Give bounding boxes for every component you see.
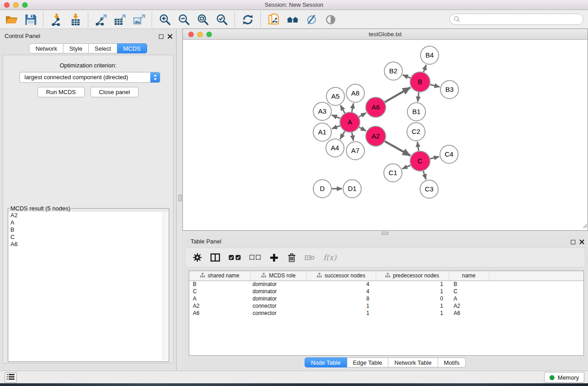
table-cell[interactable]: 1 [376,288,449,295]
graph-node-A[interactable]: A [340,112,360,132]
search-input[interactable] [449,14,583,25]
graph-node-B[interactable]: B [410,72,430,92]
import-network-icon[interactable] [48,12,64,27]
split-view-icon[interactable] [210,253,220,262]
horizontal-splitter-handle[interactable] [382,232,388,235]
graph-edge-C-C1[interactable] [402,165,411,169]
table-cell[interactable]: 4 [306,281,376,288]
column-header-name[interactable]: name [449,271,489,281]
table-cell[interactable]: 1 [376,302,449,310]
tab-style[interactable]: Style [63,43,89,53]
graph-node-C2[interactable]: C2 [407,123,425,141]
export-image-icon[interactable] [131,12,147,27]
zoom-fit-icon[interactable] [195,12,210,27]
table-cell[interactable]: B [189,281,250,288]
graph-edge-B-B1[interactable] [418,92,419,102]
graph-node-A4[interactable]: A4 [326,139,344,157]
table-cell[interactable]: 1 [306,302,376,310]
float-table-panel-icon[interactable] [571,238,575,246]
graph-edge-A-A7[interactable] [352,133,354,141]
graph-node-A1[interactable]: A1 [313,123,331,141]
column-header-shared-name[interactable]: shared name [189,271,250,281]
mcds-result-item[interactable]: C [9,234,168,241]
table-cell[interactable]: A6 [449,310,489,317]
graph-edge-B-B3[interactable] [430,85,440,87]
first-neighbors-icon[interactable] [285,12,300,27]
table-tab-edge-table[interactable]: Edge Table [347,357,388,367]
table-row[interactable]: A6connector11A6 [189,310,583,317]
graph-node-A6[interactable]: A6 [366,97,386,117]
table-cell[interactable]: connector [250,310,306,317]
graph-node-B3[interactable]: B3 [440,81,459,99]
graph-node-A3[interactable]: A3 [313,102,331,120]
mcds-result-item[interactable]: B [9,226,168,234]
delete-icon[interactable] [287,253,296,262]
close-panel-button[interactable]: Close panel [91,87,139,97]
table-cell[interactable]: dominator [250,288,306,295]
result-list-scrollbar[interactable] [163,212,168,361]
table-tab-network-table[interactable]: Network Table [388,357,438,367]
graph-edge-C-C2[interactable] [417,142,419,151]
table-row[interactable]: A2connector11A2 [189,302,583,310]
graph-node-A8[interactable]: A8 [346,84,364,102]
table-tab-motifs[interactable]: Motifs [438,357,466,367]
graph-edge-A-A3[interactable] [332,115,340,118]
mcds-result-item[interactable]: A2 [9,212,168,219]
table-row[interactable]: Adominator80A [189,295,583,302]
graph-node-C3[interactable]: C3 [420,180,438,198]
graph-edge-C-C4[interactable] [430,157,439,159]
graph-edge-A-A8[interactable] [352,103,354,112]
table-cell[interactable]: A2 [189,302,250,310]
tab-select[interactable]: Select [89,43,117,53]
table-tab-node-table[interactable]: Node Table [305,357,347,367]
close-table-panel-icon[interactable] [579,238,584,246]
table-cell[interactable]: B [449,281,489,288]
graph-node-B4[interactable]: B4 [421,46,439,64]
table-cell[interactable]: dominator [250,295,306,302]
table-cell[interactable]: A [189,295,250,302]
table-cell[interactable]: 8 [306,295,376,302]
duplicate-network-icon[interactable] [266,12,281,27]
mcds-result-item[interactable]: A6 [9,241,168,248]
graph-node-A5[interactable]: A5 [326,87,344,105]
refresh-icon[interactable] [240,12,255,27]
resize-grip[interactable] [582,222,587,230]
table-cell[interactable]: 4 [306,288,376,295]
import-table-icon[interactable] [67,12,83,27]
table-row[interactable]: Bdominator41B [189,281,583,288]
task-history-button[interactable] [5,372,17,383]
float-panel-icon[interactable] [159,33,163,41]
zoom-selected-icon[interactable] [214,12,229,27]
save-session-icon[interactable] [23,12,38,27]
graph-edge-A-A1[interactable] [332,126,340,129]
table-cell[interactable]: A6 [189,310,250,317]
graph-node-C[interactable]: C [410,151,430,171]
table-cell[interactable]: connector [250,302,306,310]
graph-edge-A-A6[interactable] [359,113,366,117]
table-cell[interactable]: 1 [376,281,449,288]
open-file-icon[interactable] [4,12,19,27]
table-row[interactable]: Cdominator41C [189,288,583,295]
column-header-predecessor-nodes[interactable]: predecessor nodes [376,271,449,281]
graph-node-B1[interactable]: B1 [407,103,425,121]
graph-edge-A-A2[interactable] [359,127,366,131]
column-header-MCDS-role[interactable]: MCDS role [250,271,306,281]
run-mcds-button[interactable]: Run MCDS [38,87,85,97]
graph-edge-A-A4[interactable] [340,131,344,139]
graph-edge-C-C3[interactable] [423,171,426,180]
table-cell[interactable]: C [189,288,250,295]
graph-edge-A2-C[interactable] [385,141,411,156]
table-cell[interactable]: 1 [306,310,376,317]
graph-node-D[interactable]: D [313,180,331,198]
graph-node-C4[interactable]: C4 [440,145,458,163]
tab-mcds[interactable]: MCDS [117,43,147,53]
tab-network[interactable]: Network [29,43,63,53]
function-icon[interactable]: f(x) [323,253,336,262]
graph-node-B2[interactable]: B2 [384,62,402,80]
select-all-icon[interactable] [229,254,241,261]
table-cell[interactable]: 1 [376,310,449,317]
graph-edge-B-B2[interactable] [403,75,411,78]
column-header-successor-nodes[interactable]: successor nodes [306,271,376,281]
graph-edge-B-B4[interactable] [424,65,426,72]
network-canvas[interactable]: B4B2BB3A5A8A6A3B1AA1C2A2A4A7C4CC1C3DD1 [183,40,588,230]
